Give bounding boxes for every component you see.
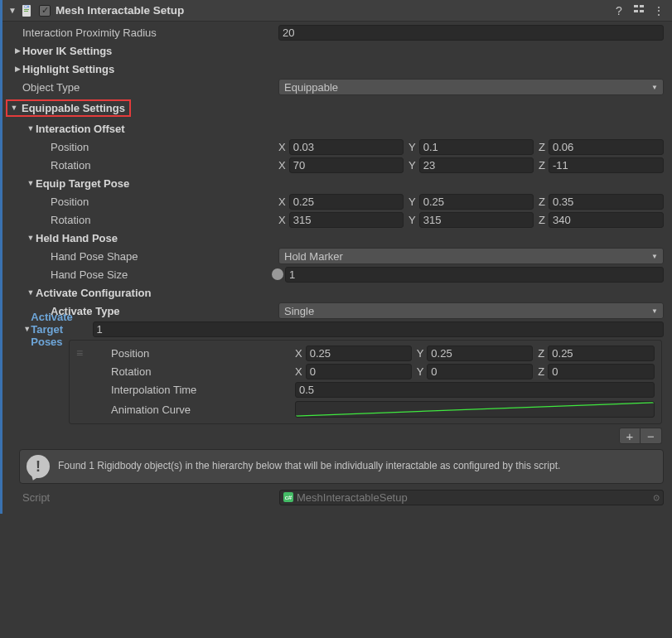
object-type-row: Object Type Equippable	[2, 78, 672, 96]
interaction-offset-foldout[interactable]: Interaction Offset	[2, 119, 672, 138]
pos-y-input[interactable]	[419, 139, 534, 155]
activate-type-row: Activate Type Single	[2, 302, 672, 320]
position-label: Position	[51, 141, 89, 153]
rot-x-input[interactable]	[306, 364, 412, 379]
script-mini-icon: c#	[283, 492, 293, 502]
position-label: Position	[51, 196, 89, 208]
held-hand-pose-foldout[interactable]: Held Hand Pose	[2, 229, 672, 247]
svg-rect-1	[24, 9, 29, 10]
rot-x-input[interactable]	[289, 212, 404, 228]
array-size-input[interactable]	[93, 321, 664, 337]
animation-curve-field[interactable]	[295, 401, 655, 418]
equippable-settings-foldout[interactable]: Equippable Settings	[2, 96, 672, 119]
svg-rect-4	[634, 5, 638, 7]
array-remove-button[interactable]: −	[641, 428, 662, 444]
rotation-label: Rotation	[111, 365, 151, 378]
svg-rect-6	[634, 10, 638, 12]
rot-y-input[interactable]	[427, 364, 533, 379]
pose-position-row: ≡ Position X Y Z	[71, 344, 656, 362]
pos-x-input[interactable]	[289, 139, 404, 155]
rot-x-input[interactable]	[289, 157, 404, 173]
rot-z-input[interactable]	[549, 157, 664, 173]
interaction-offset-position-row: Position X Y Z	[2, 138, 672, 156]
interpolation-time-input[interactable]	[295, 382, 655, 398]
interpolation-time-row: Interpolation Time	[71, 380, 656, 399]
rot-z-input[interactable]	[549, 212, 664, 228]
proximity-radius-row: Interaction Proximity Radius	[2, 23, 672, 41]
context-menu-icon[interactable]: ⋮	[651, 4, 666, 17]
hand-pose-shape-dropdown[interactable]: Hold Marker	[278, 248, 664, 264]
drag-handle-icon[interactable]: ≡	[71, 346, 86, 360]
pos-z-input[interactable]	[549, 194, 664, 210]
rotation-label: Rotation	[51, 214, 90, 226]
help-icon[interactable]: ?	[612, 4, 626, 17]
component-foldout-toggle[interactable]	[7, 6, 17, 15]
pos-y-input[interactable]	[427, 346, 533, 361]
activate-target-poses-foldout[interactable]: Activate Target Poses	[2, 320, 672, 338]
foldout-arrow-icon[interactable]	[23, 325, 31, 333]
pos-z-input[interactable]	[548, 346, 655, 361]
preset-icon[interactable]	[631, 3, 646, 17]
component-title: Mesh Interactable Setup	[56, 4, 609, 17]
array-add-button[interactable]: +	[619, 428, 641, 444]
object-picker-icon[interactable]: ⊙	[653, 493, 660, 502]
svg-text:C#: C#	[24, 4, 30, 9]
info-icon: !	[27, 455, 50, 478]
foldout-arrow-icon[interactable]	[12, 65, 22, 73]
target-pose-array-element: ≡ Position X Y Z Rotation X Y Z In	[69, 340, 662, 424]
hover-ik-label: Hover IK Settings	[22, 45, 112, 57]
proximity-radius-label: Interaction Proximity Radius	[22, 27, 157, 39]
component-header[interactable]: C# ✓ Mesh Interactable Setup ? ⋮	[2, 0, 672, 22]
rot-y-input[interactable]	[419, 157, 534, 173]
hover-ik-foldout[interactable]: Hover IK Settings	[2, 41, 672, 60]
activate-config-label: Activate Configuration	[36, 287, 151, 299]
equip-target-position-row: Position X Y Z	[2, 192, 672, 210]
svg-rect-7	[640, 10, 644, 12]
rot-z-input[interactable]	[548, 364, 655, 379]
svg-rect-5	[640, 5, 644, 7]
activate-type-dropdown[interactable]: Single	[278, 302, 664, 319]
hand-pose-shape-row: Hand Pose Shape Hold Marker	[2, 247, 672, 265]
equip-target-pose-label: Equip Target Pose	[36, 177, 129, 190]
hand-pose-size-label: Hand Pose Size	[51, 268, 128, 281]
rot-y-input[interactable]	[419, 212, 534, 228]
object-type-dropdown[interactable]: Equippable	[278, 79, 664, 95]
activate-config-foldout[interactable]: Activate Configuration	[2, 283, 672, 302]
interaction-offset-label: Interaction Offset	[36, 123, 125, 135]
script-object-field[interactable]: c# MeshInteractableSetup ⊙	[279, 490, 664, 505]
pos-x-input[interactable]	[289, 194, 404, 210]
script-file-icon: C#	[21, 4, 34, 17]
foldout-arrow-icon[interactable]	[26, 124, 36, 133]
hand-pose-size-row: Hand Pose Size	[2, 265, 672, 283]
equippable-settings-label: Equippable Settings	[19, 102, 128, 114]
proximity-radius-input[interactable]	[278, 25, 664, 41]
interaction-offset-rotation-row: Rotation X Y Z	[2, 156, 672, 174]
equip-target-pose-foldout[interactable]: Equip Target Pose	[2, 174, 672, 192]
script-row: Script c# MeshInteractableSetup ⊙	[2, 487, 672, 507]
script-label: Script	[22, 491, 279, 504]
foldout-arrow-icon[interactable]	[26, 288, 36, 297]
foldout-arrow-icon[interactable]	[26, 234, 36, 242]
pos-y-input[interactable]	[419, 194, 534, 210]
interpolation-time-label: Interpolation Time	[111, 384, 196, 396]
pos-z-input[interactable]	[549, 139, 664, 155]
hand-pose-shape-label: Hand Pose Shape	[51, 250, 138, 263]
component-enabled-checkbox[interactable]: ✓	[39, 5, 51, 17]
rotation-label: Rotation	[51, 159, 90, 172]
foldout-arrow-icon[interactable]	[12, 46, 22, 55]
foldout-arrow-icon[interactable]	[26, 179, 36, 187]
pose-rotation-row: Rotation X Y Z	[71, 362, 656, 380]
slider-handle[interactable]	[272, 268, 283, 280]
pos-x-input[interactable]	[306, 346, 412, 361]
highlight-foldout[interactable]: Highlight Settings	[2, 60, 672, 78]
info-box: ! Found 1 Rigidbody object(s) in the hie…	[19, 449, 664, 484]
info-message: Found 1 Rigidbody object(s) in the hiera…	[58, 460, 560, 473]
svg-rect-2	[24, 11, 28, 12]
object-type-label: Object Type	[22, 81, 80, 94]
animation-curve-label: Animation Curve	[111, 404, 191, 416]
inspector-component-panel: C# ✓ Mesh Interactable Setup ? ⋮ Interac…	[0, 0, 672, 514]
foldout-arrow-icon[interactable]	[9, 104, 19, 112]
script-value: MeshInteractableSetup	[297, 491, 408, 504]
hand-pose-size-input[interactable]	[285, 267, 664, 283]
equip-target-rotation-row: Rotation X Y Z	[2, 210, 672, 229]
